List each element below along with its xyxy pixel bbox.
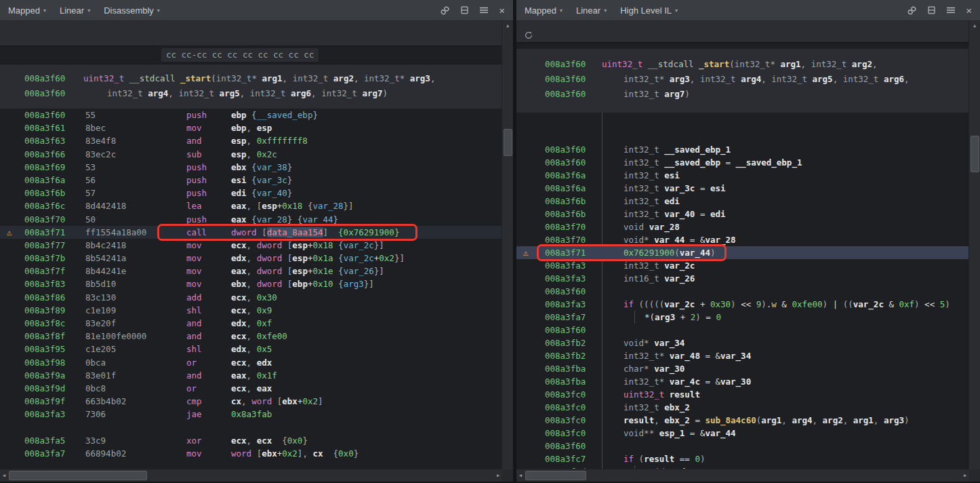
layout-menu[interactable]: Linear ▾ bbox=[60, 5, 90, 16]
left-horizontal-scrollbar[interactable]: ◀ ▶ bbox=[0, 469, 502, 482]
split-view-icon[interactable] bbox=[927, 5, 936, 15]
il-form-menu[interactable]: High Level IL ▾ bbox=[620, 5, 678, 16]
hlil-row[interactable]: 008a3fa3int32_t var_2c bbox=[516, 259, 969, 272]
hlil-row[interactable]: 008a3f6aint32_t esi bbox=[516, 169, 969, 182]
menu-icon[interactable] bbox=[479, 6, 489, 14]
hlil-row[interactable]: 008a3fc0result, ebx_2 = sub_8a4c60(arg1,… bbox=[516, 414, 969, 427]
menu-icon[interactable] bbox=[946, 6, 956, 14]
disasm-row[interactable]: 008a3f9d0bc8orecx, eax bbox=[0, 382, 502, 395]
scroll-up-arrow[interactable]: ▲ bbox=[969, 21, 980, 31]
disasm-row[interactable]: 008a3f6a56pushesi {var_3c} bbox=[0, 174, 502, 187]
scroll-left-arrow[interactable]: ◀ bbox=[516, 469, 525, 482]
disasm-row[interactable]: 008a3f8683c130addecx, 0x30 bbox=[0, 291, 502, 304]
disasm-row[interactable]: 008a3f7050pusheax {var_28} {var_44} bbox=[0, 213, 502, 226]
disasm-row[interactable]: 008a3f7b8b54241amovedx, dword [esp+0x1a … bbox=[0, 252, 502, 265]
signature-line[interactable]: 008a3f60int32_t arg4, int32_t arg5, int3… bbox=[0, 86, 502, 101]
sticky-address-header[interactable]: 0x8a3f56 bbox=[0, 20, 502, 46]
hlil-row[interactable]: 008a3fc0int32_t ebx_2 bbox=[516, 401, 969, 414]
token: void* bbox=[624, 338, 649, 348]
scroll-right-arrow[interactable]: ▶ bbox=[961, 469, 969, 482]
hlil-row[interactable]: 008a3f70void var_28 bbox=[516, 220, 969, 233]
hlil-row[interactable]: 008a3f6bint32_t edi bbox=[516, 195, 969, 208]
hlil-row[interactable]: 008a3f70void* var_44 = &var_28 bbox=[516, 233, 969, 246]
disasm-row[interactable]: 008a3f8f81e100fe0000andecx, 0xfe00 bbox=[0, 330, 502, 343]
disasm-row[interactable] bbox=[0, 421, 502, 434]
disasm-row[interactable]: 008a3f778b4c2418movecx, dword [esp+0x18 … bbox=[0, 239, 502, 252]
disasm-row[interactable]: 008a3fa37306jae0x8a3fab bbox=[0, 408, 502, 421]
hlil-row[interactable]: 008a3fa3if (((((var_2c + 0x30) << 9).w &… bbox=[516, 298, 969, 311]
view-mode-menu[interactable]: Mapped ▾ bbox=[8, 5, 46, 16]
function-signature-block[interactable]: 008a3f60uint32_t __stdcall _start(int32_… bbox=[0, 64, 502, 109]
hlil-row[interactable]: 008a3fa7*(arg3 + 2) = 0 bbox=[516, 311, 969, 324]
disasm-row[interactable]: 008a3f6383e4f8andesp, 0xfffffff8 bbox=[0, 134, 502, 147]
il-form-menu[interactable]: Disassembly ▾ bbox=[104, 5, 160, 16]
address: 008a3f60 bbox=[545, 324, 586, 336]
scrollbar-thumb[interactable] bbox=[525, 471, 586, 480]
hlil-row[interactable]: 008a3fb2int32_t* var_48 = &var_34 bbox=[516, 349, 969, 362]
hlil-row[interactable]: 008a3fc0uint32_t result bbox=[516, 388, 969, 401]
address: 008a3f6c bbox=[24, 199, 65, 212]
hlil-row[interactable]: 008a3fc7if (result == 0) bbox=[516, 452, 969, 465]
disasm-row[interactable]: 008a3f6b57pushedi {var_40} bbox=[0, 187, 502, 199]
hlil-row[interactable]: 008a3fbaint32_t* var_4c = &var_30 bbox=[516, 375, 969, 388]
token: , bbox=[247, 123, 257, 133]
signature-line[interactable]: 008a3f60int32_t arg7) bbox=[516, 87, 969, 102]
disasm-row[interactable]: 008a3f6c8d442418leaeax, [esp+0x18 {var_2… bbox=[0, 199, 502, 212]
token: uint32_t bbox=[602, 59, 642, 69]
scroll-right-arrow[interactable]: ▶ bbox=[494, 469, 502, 482]
hlil-row[interactable]: 008a3fbachar* var_30 bbox=[516, 362, 969, 375]
disasm-row[interactable]: 008a3f838b5d10movebx, dword [ebp+0x10 {a… bbox=[0, 277, 502, 290]
close-icon[interactable]: × bbox=[966, 5, 972, 16]
view-mode-menu[interactable]: Mapped ▾ bbox=[525, 5, 563, 16]
right-horizontal-scrollbar[interactable]: ◀ ▶ bbox=[516, 469, 969, 482]
close-icon[interactable]: × bbox=[499, 5, 505, 16]
disasm-row[interactable]: 008a3f95c1e205shledx, 0x5 bbox=[0, 343, 502, 355]
function-signature-block[interactable]: 008a3f60uint32_t __stdcall _start(int32_… bbox=[516, 49, 969, 113]
hex-bytes-row[interactable]: 008a3f56 cc cc-cc cc cc cc cc cc cc cc .… bbox=[0, 46, 502, 64]
disasm-row[interactable]: 008a3f9f663b4b02cmpcx, word [ebx+0x2] bbox=[0, 395, 502, 408]
refresh-icon[interactable] bbox=[524, 26, 533, 43]
scrollbar-thumb[interactable] bbox=[9, 471, 147, 480]
address: 008a3f6b bbox=[24, 187, 65, 199]
hlil-row[interactable]: 008a3f60 bbox=[516, 324, 969, 336]
disasm-row[interactable]: 008a3f7f8b44241emoveax, dword [esp+0x1e … bbox=[0, 265, 502, 277]
layout-menu[interactable]: Linear ▾ bbox=[576, 5, 607, 16]
split-view-icon[interactable] bbox=[460, 5, 469, 15]
hlil-row[interactable]: 008a3f6aint32_t var_3c = esi bbox=[516, 182, 969, 195]
scrollbar-thumb[interactable] bbox=[504, 129, 512, 156]
hlil-row[interactable]: 008a3f6bint32_t var_40 = edi bbox=[516, 208, 969, 220]
token: var_28 bbox=[705, 235, 735, 245]
scroll-up-arrow[interactable]: ▲ bbox=[502, 21, 513, 31]
disasm-row[interactable]: 008a3f980bcaorecx, edx bbox=[0, 356, 502, 369]
disasm-row[interactable]: 008a3f6683ec2csubesp, 0x2c bbox=[0, 148, 502, 161]
disasm-row[interactable]: 008a3f8c83e20fandedx, 0xf bbox=[0, 317, 502, 330]
hlil-row[interactable]: 008a3fc0void** esp_1 = &var_44 bbox=[516, 427, 969, 440]
signature-line[interactable]: 008a3f60uint32_t __stdcall _start(int32_… bbox=[0, 71, 502, 86]
disasm-row[interactable]: 008a3f618becmovebp, esp bbox=[0, 121, 502, 134]
link-icon[interactable] bbox=[440, 5, 450, 16]
disasm-row[interactable]: 008a3fa766894b02movword [ebx+0x2], cx {0… bbox=[0, 447, 502, 460]
hlil-row[interactable]: 008a3fb2void* var_34 bbox=[516, 336, 969, 349]
hlil-row[interactable]: 008a3f60 bbox=[516, 285, 969, 298]
hlil-row[interactable]: 008a3f60 bbox=[516, 440, 969, 452]
hlil-row[interactable]: 008a3f60int32_t __saved_ebp_1 bbox=[516, 143, 969, 156]
link-icon[interactable] bbox=[907, 5, 917, 16]
scroll-left-arrow[interactable]: ◀ bbox=[0, 469, 8, 482]
left-vertical-scrollbar[interactable]: ▲ bbox=[502, 20, 513, 469]
hlil-row[interactable]: 008a3fa3int16_t var_26 bbox=[516, 272, 969, 285]
scrollbar-thumb[interactable] bbox=[971, 136, 979, 172]
signature-line[interactable]: 008a3f60uint32_t __stdcall _start(int32_… bbox=[516, 57, 969, 72]
address: 008a3f86 bbox=[24, 291, 65, 304]
disasm-row[interactable]: 008a3f6953pushebx {var_38} bbox=[0, 161, 502, 174]
disasm-row[interactable]: 008a3f89c1e109shlecx, 0x9 bbox=[0, 304, 502, 317]
right-vertical-scrollbar[interactable]: ▲ bbox=[968, 20, 980, 469]
signature-line[interactable]: 008a3f60int32_t* arg3, int32_t arg4, int… bbox=[516, 72, 969, 87]
disasm-row[interactable]: 008a3fa533c9xorecx, ecx {0x0} bbox=[0, 434, 502, 447]
sticky-function-signature[interactable]: uint32_t __stdcall _start(int32_t* arg1,… bbox=[516, 20, 969, 43]
hlil-row[interactable]: 008a3f710x76291900(var_44)⚠ bbox=[516, 246, 969, 259]
token: var_44 bbox=[705, 428, 735, 438]
disasm-row[interactable]: 008a3f9a83e01fandeax, 0x1f bbox=[0, 369, 502, 382]
disasm-row[interactable]: 008a3f71ff1554a18a00calldword [data_8aa1… bbox=[0, 226, 502, 239]
disasm-row[interactable]: 008a3f6055pushebp {__saved_ebp} bbox=[0, 109, 502, 121]
hlil-row[interactable]: 008a3f60int32_t __saved_ebp = __saved_eb… bbox=[516, 156, 969, 169]
